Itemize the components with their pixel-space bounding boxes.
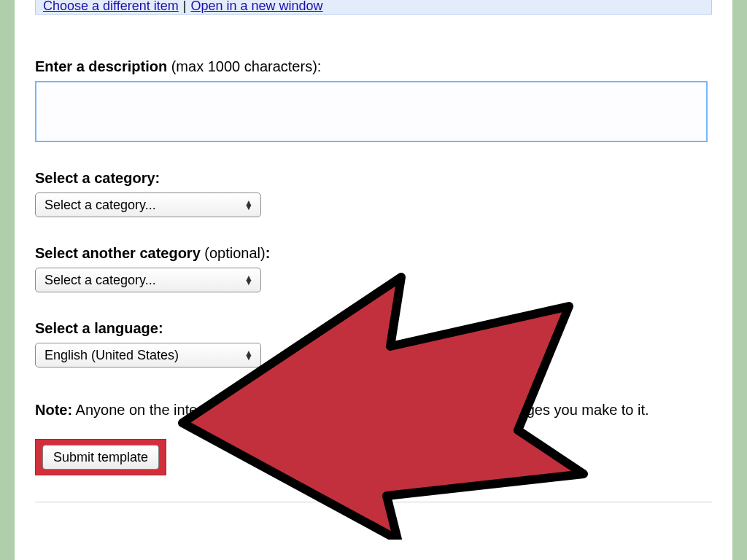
category1-select[interactable]: Select a category... ▲▼ bbox=[35, 192, 261, 217]
note-text: Note: Anyone on the internet will be abl… bbox=[35, 400, 692, 420]
submit-highlight-box: Submit template bbox=[35, 439, 166, 475]
category2-label: Select another category (optional): bbox=[35, 245, 712, 262]
language-selected: English (United States) bbox=[44, 348, 179, 363]
language-label: Select a language: bbox=[35, 320, 712, 337]
updown-icon: ▲▼ bbox=[244, 276, 253, 284]
updown-icon: ▲▼ bbox=[244, 351, 253, 359]
description-label-rest: (max 1000 characters): bbox=[167, 58, 321, 74]
footer-divider bbox=[35, 502, 712, 502]
description-label-bold: Enter a description bbox=[35, 58, 167, 74]
form-page: Choose a different item | Open in a new … bbox=[15, 0, 732, 560]
category2-select[interactable]: Select a category... ▲▼ bbox=[35, 268, 261, 292]
submit-template-button[interactable]: Submit template bbox=[42, 445, 159, 470]
open-new-window-link[interactable]: Open in a new window bbox=[190, 0, 322, 14]
category1-label: Select a category: bbox=[35, 170, 712, 187]
separator: | bbox=[183, 0, 187, 14]
language-select[interactable]: English (United States) ▲▼ bbox=[35, 343, 261, 368]
choose-different-item-link[interactable]: Choose a different item bbox=[43, 0, 179, 14]
updown-icon: ▲▼ bbox=[244, 201, 253, 209]
description-input[interactable] bbox=[35, 81, 708, 142]
description-label: Enter a description (max 1000 characters… bbox=[35, 58, 712, 75]
info-bar: Choose a different item | Open in a new … bbox=[35, 0, 712, 15]
category2-selected: Select a category... bbox=[44, 273, 156, 288]
category1-selected: Select a category... bbox=[44, 198, 156, 213]
